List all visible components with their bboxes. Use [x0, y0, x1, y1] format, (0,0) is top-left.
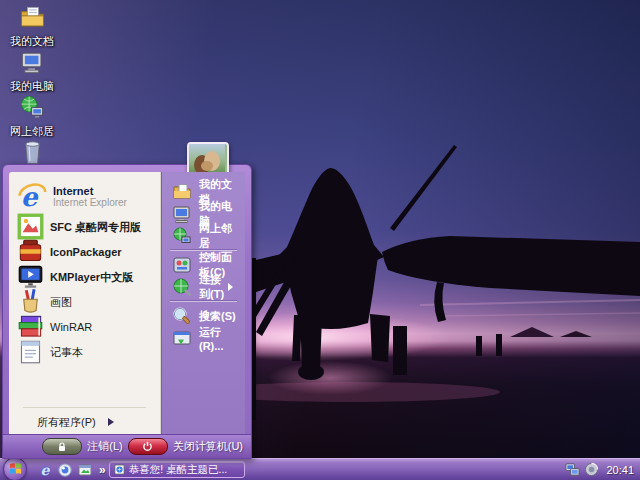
- run-icon: [172, 328, 192, 348]
- all-programs-label: 所有程序(P): [37, 415, 96, 430]
- task-button-icon: [114, 464, 125, 475]
- menu-item-sfc[interactable]: SFC 桌酷网专用版: [9, 214, 160, 239]
- quick-launch-media-player[interactable]: [57, 462, 73, 478]
- taskbar: e » 恭喜您! 桌酷主题已... 20:41: [0, 458, 640, 480]
- menu-item-paint[interactable]: 画图: [9, 289, 160, 314]
- menu-item-label: 网上邻居: [199, 221, 241, 251]
- menu-item-internet[interactable]: e InternetInternet Explorer: [9, 180, 160, 214]
- menu-item-label: WinRAR: [50, 321, 92, 333]
- show-desktop-icon: [78, 463, 92, 477]
- network-places-icon: [19, 94, 46, 121]
- menu-item-iconpackager[interactable]: IconPackager: [9, 239, 160, 264]
- sfc-app-icon: [17, 213, 44, 240]
- all-programs-arrow-icon: [108, 418, 114, 426]
- desktop-icon-my-documents[interactable]: 我的文档: [0, 4, 64, 49]
- menu-item-label: 搜索(S): [199, 309, 236, 324]
- desktop-icon-label: 我的电脑: [10, 80, 54, 92]
- start-menu: e InternetInternet Explorer SFC 桌酷网专用版 I…: [2, 164, 252, 459]
- menu-item-label: Internet: [53, 185, 127, 197]
- menu-item-label: KMPlayer中文版: [50, 271, 133, 283]
- wallpaper-jet: [240, 130, 640, 420]
- menu-item-notepad[interactable]: 记事本: [9, 339, 160, 364]
- internet-explorer-icon: e: [17, 182, 47, 212]
- menu-item-label: 画图: [50, 296, 72, 308]
- connect-to-icon: [172, 277, 192, 297]
- quick-launch: e: [37, 462, 93, 478]
- desktop-icon-my-computer[interactable]: 我的电脑: [0, 49, 64, 94]
- iconpackager-icon: [17, 238, 44, 265]
- my-computer-icon: [19, 49, 46, 76]
- computer-icon: [172, 204, 192, 224]
- desktop-icon-network-places[interactable]: 网上邻居: [0, 94, 64, 139]
- menu-item-sublabel: Internet Explorer: [53, 197, 127, 209]
- notepad-icon: [17, 338, 44, 365]
- quick-launch-overflow-chevron[interactable]: »: [99, 463, 106, 477]
- menu-item-winrar[interactable]: WinRAR: [9, 314, 160, 339]
- recycle-bin-icon: [19, 139, 46, 166]
- power-icon: [142, 441, 153, 452]
- control-panel-icon: [172, 255, 192, 275]
- menu-item-run[interactable]: 运行(R)...: [162, 327, 245, 349]
- start-menu-right-panel: 我的文档 我的电脑 网上邻居 控制面板(C): [161, 172, 245, 434]
- media-player-icon: [58, 463, 72, 477]
- my-documents-icon: [19, 4, 46, 31]
- menu-separator: [23, 407, 146, 408]
- menu-item-label: IconPackager: [50, 246, 122, 258]
- desktop-icon-recycle-bin[interactable]: [0, 139, 64, 166]
- task-button[interactable]: 恭喜您! 桌酷主题已...: [109, 461, 245, 478]
- winrar-icon: [17, 313, 44, 340]
- menu-item-label: 运行(R)...: [199, 325, 241, 352]
- logoff-button[interactable]: [42, 438, 82, 455]
- menu-item-connect-to[interactable]: 连接到(T): [162, 276, 245, 298]
- menu-item-kmplayer[interactable]: KMPlayer中文版: [9, 264, 160, 289]
- system-tray: 20:41: [565, 462, 640, 477]
- logoff-label: 注销(L): [87, 439, 122, 454]
- windows-flag-icon: [9, 462, 22, 475]
- task-button-label: 恭喜您! 桌酷主题已...: [129, 463, 228, 477]
- ie-icon: e: [41, 463, 50, 477]
- network-icon: [172, 226, 192, 246]
- menu-item-label: 记事本: [50, 346, 83, 358]
- shutdown-button[interactable]: [128, 438, 168, 455]
- folder-icon: [172, 182, 192, 202]
- menu-item-network-places[interactable]: 网上邻居: [162, 225, 245, 247]
- start-menu-bottom-bar: 注销(L) 关闭计算机(U): [3, 434, 251, 458]
- desktop: 我的文档 我的电脑 网上邻居: [0, 0, 640, 480]
- shutdown-label: 关闭计算机(U): [173, 439, 243, 454]
- lock-icon: [57, 442, 67, 452]
- paint-icon: [17, 288, 44, 315]
- menu-item-label: SFC 桌酷网专用版: [50, 221, 141, 233]
- kmplayer-icon: [17, 263, 44, 290]
- all-programs-button[interactable]: 所有程序(P): [9, 412, 160, 432]
- quick-launch-show-desktop[interactable]: [77, 462, 93, 478]
- start-menu-left-panel: e InternetInternet Explorer SFC 桌酷网专用版 I…: [9, 172, 161, 434]
- taskbar-clock[interactable]: 20:41: [606, 464, 634, 476]
- desktop-icon-label: 网上邻居: [10, 125, 54, 137]
- start-button[interactable]: [3, 457, 27, 480]
- tray-volume-icon[interactable]: [584, 462, 599, 477]
- menu-item-label: 连接到(T): [199, 272, 228, 302]
- menu-separator: [170, 301, 237, 302]
- quick-launch-ie[interactable]: e: [37, 462, 53, 478]
- tray-network-icon[interactable]: [565, 462, 580, 477]
- desktop-icon-label: 我的文档: [10, 35, 54, 47]
- search-icon: [172, 306, 192, 326]
- submenu-arrow-icon: [228, 283, 233, 291]
